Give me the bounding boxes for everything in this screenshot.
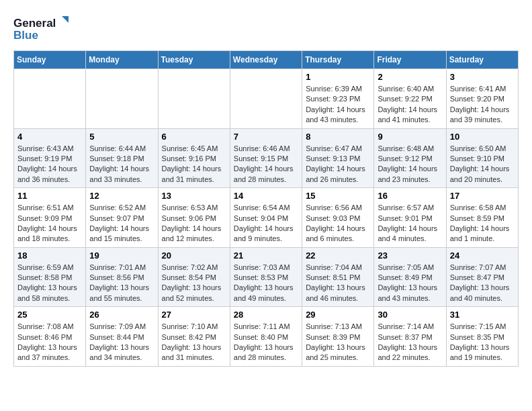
svg-text:General: General xyxy=(13,17,56,30)
col-header-sunday: Sunday xyxy=(14,51,86,69)
calendar-cell: 8Sunrise: 6:47 AM Sunset: 9:13 PM Daylig… xyxy=(302,128,374,188)
calendar-cell xyxy=(158,69,230,129)
day-info: Sunrise: 6:43 AM Sunset: 9:19 PM Dayligh… xyxy=(17,144,82,185)
calendar-cell: 18Sunrise: 6:59 AM Sunset: 8:58 PM Dayli… xyxy=(14,247,86,307)
calendar-table: SundayMondayTuesdayWednesdayThursdayFrid… xyxy=(13,50,519,367)
calendar-cell: 22Sunrise: 7:04 AM Sunset: 8:51 PM Dayli… xyxy=(302,247,374,307)
day-info: Sunrise: 7:08 AM Sunset: 8:46 PM Dayligh… xyxy=(17,322,82,363)
day-number: 24 xyxy=(450,250,515,261)
col-header-monday: Monday xyxy=(86,51,158,69)
day-info: Sunrise: 7:03 AM Sunset: 8:53 PM Dayligh… xyxy=(234,263,298,304)
day-info: Sunrise: 6:57 AM Sunset: 9:01 PM Dayligh… xyxy=(378,203,442,244)
day-info: Sunrise: 6:53 AM Sunset: 9:06 PM Dayligh… xyxy=(162,203,226,244)
day-info: Sunrise: 7:04 AM Sunset: 8:51 PM Dayligh… xyxy=(306,263,370,304)
calendar-cell: 10Sunrise: 6:50 AM Sunset: 9:10 PM Dayli… xyxy=(446,128,518,188)
day-number: 13 xyxy=(162,191,226,201)
day-number: 30 xyxy=(378,310,442,320)
day-info: Sunrise: 6:41 AM Sunset: 9:20 PM Dayligh… xyxy=(450,84,515,126)
logo-svg: General Blue xyxy=(13,13,74,44)
day-info: Sunrise: 7:01 AM Sunset: 8:56 PM Dayligh… xyxy=(89,263,154,304)
day-number: 23 xyxy=(378,250,442,261)
day-info: Sunrise: 6:51 AM Sunset: 9:09 PM Dayligh… xyxy=(17,203,82,244)
calendar-cell: 25Sunrise: 7:08 AM Sunset: 8:46 PM Dayli… xyxy=(14,307,86,367)
calendar-cell: 5Sunrise: 6:44 AM Sunset: 9:18 PM Daylig… xyxy=(86,128,158,188)
day-info: Sunrise: 6:39 AM Sunset: 9:23 PM Dayligh… xyxy=(306,84,370,126)
day-number: 26 xyxy=(89,310,154,320)
day-info: Sunrise: 7:10 AM Sunset: 8:42 PM Dayligh… xyxy=(162,322,226,363)
calendar-cell: 30Sunrise: 7:14 AM Sunset: 8:37 PM Dayli… xyxy=(374,307,446,367)
day-number: 28 xyxy=(234,310,298,320)
logo: General Blue xyxy=(13,13,74,44)
calendar-cell: 29Sunrise: 7:13 AM Sunset: 8:39 PM Dayli… xyxy=(302,307,374,367)
calendar-week-row: 4Sunrise: 6:43 AM Sunset: 9:19 PM Daylig… xyxy=(14,128,519,188)
day-info: Sunrise: 7:02 AM Sunset: 8:54 PM Dayligh… xyxy=(162,263,226,304)
calendar-cell: 27Sunrise: 7:10 AM Sunset: 8:42 PM Dayli… xyxy=(158,307,230,367)
day-number: 15 xyxy=(306,191,370,201)
day-number: 16 xyxy=(378,191,442,201)
calendar-week-row: 25Sunrise: 7:08 AM Sunset: 8:46 PM Dayli… xyxy=(14,307,519,367)
calendar-cell: 20Sunrise: 7:02 AM Sunset: 8:54 PM Dayli… xyxy=(158,247,230,307)
calendar-cell: 12Sunrise: 6:52 AM Sunset: 9:07 PM Dayli… xyxy=(86,188,158,248)
calendar-week-row: 11Sunrise: 6:51 AM Sunset: 9:09 PM Dayli… xyxy=(14,188,519,248)
day-info: Sunrise: 6:46 AM Sunset: 9:15 PM Dayligh… xyxy=(234,144,298,185)
day-number: 22 xyxy=(306,250,370,261)
day-number: 6 xyxy=(162,132,226,142)
calendar-cell xyxy=(230,69,302,129)
day-number: 14 xyxy=(234,191,298,201)
col-header-friday: Friday xyxy=(374,51,446,69)
day-info: Sunrise: 6:48 AM Sunset: 9:12 PM Dayligh… xyxy=(378,144,442,185)
day-number: 1 xyxy=(306,72,370,82)
calendar-cell: 14Sunrise: 6:54 AM Sunset: 9:04 PM Dayli… xyxy=(230,188,302,248)
day-number: 5 xyxy=(89,132,154,142)
day-number: 9 xyxy=(378,132,442,142)
day-info: Sunrise: 6:52 AM Sunset: 9:07 PM Dayligh… xyxy=(89,203,154,244)
day-number: 3 xyxy=(450,72,515,82)
col-header-tuesday: Tuesday xyxy=(158,51,230,69)
col-header-saturday: Saturday xyxy=(446,51,518,69)
calendar-cell: 19Sunrise: 7:01 AM Sunset: 8:56 PM Dayli… xyxy=(86,247,158,307)
calendar-cell: 13Sunrise: 6:53 AM Sunset: 9:06 PM Dayli… xyxy=(158,188,230,248)
day-info: Sunrise: 6:59 AM Sunset: 8:58 PM Dayligh… xyxy=(17,263,82,304)
calendar-cell: 1Sunrise: 6:39 AM Sunset: 9:23 PM Daylig… xyxy=(302,69,374,129)
day-number: 20 xyxy=(162,250,226,261)
day-info: Sunrise: 6:44 AM Sunset: 9:18 PM Dayligh… xyxy=(89,144,154,185)
day-info: Sunrise: 7:14 AM Sunset: 8:37 PM Dayligh… xyxy=(378,322,442,363)
day-number: 4 xyxy=(17,132,82,142)
calendar-cell: 16Sunrise: 6:57 AM Sunset: 9:01 PM Dayli… xyxy=(374,188,446,248)
calendar-cell: 24Sunrise: 7:07 AM Sunset: 8:47 PM Dayli… xyxy=(446,247,518,307)
calendar-header-row: SundayMondayTuesdayWednesdayThursdayFrid… xyxy=(14,51,519,69)
calendar-cell: 2Sunrise: 6:40 AM Sunset: 9:22 PM Daylig… xyxy=(374,69,446,129)
day-number: 25 xyxy=(17,310,82,320)
day-info: Sunrise: 7:07 AM Sunset: 8:47 PM Dayligh… xyxy=(450,263,515,304)
day-info: Sunrise: 6:47 AM Sunset: 9:13 PM Dayligh… xyxy=(306,144,370,185)
svg-marker-2 xyxy=(62,16,69,23)
calendar-cell: 26Sunrise: 7:09 AM Sunset: 8:44 PM Dayli… xyxy=(86,307,158,367)
day-info: Sunrise: 6:50 AM Sunset: 9:10 PM Dayligh… xyxy=(450,144,515,185)
day-info: Sunrise: 7:09 AM Sunset: 8:44 PM Dayligh… xyxy=(89,322,154,363)
day-number: 17 xyxy=(450,191,515,201)
calendar-cell: 11Sunrise: 6:51 AM Sunset: 9:09 PM Dayli… xyxy=(14,188,86,248)
day-info: Sunrise: 6:40 AM Sunset: 9:22 PM Dayligh… xyxy=(378,84,442,126)
day-number: 29 xyxy=(306,310,370,320)
day-info: Sunrise: 6:58 AM Sunset: 8:59 PM Dayligh… xyxy=(450,203,515,244)
day-info: Sunrise: 7:13 AM Sunset: 8:39 PM Dayligh… xyxy=(306,322,370,363)
day-info: Sunrise: 7:11 AM Sunset: 8:40 PM Dayligh… xyxy=(234,322,298,363)
calendar-cell: 9Sunrise: 6:48 AM Sunset: 9:12 PM Daylig… xyxy=(374,128,446,188)
day-number: 2 xyxy=(378,72,442,82)
calendar-week-row: 1Sunrise: 6:39 AM Sunset: 9:23 PM Daylig… xyxy=(14,69,519,129)
col-header-wednesday: Wednesday xyxy=(230,51,302,69)
day-number: 31 xyxy=(450,310,515,320)
day-number: 18 xyxy=(17,250,82,261)
day-number: 10 xyxy=(450,132,515,142)
day-info: Sunrise: 6:45 AM Sunset: 9:16 PM Dayligh… xyxy=(162,144,226,185)
day-number: 21 xyxy=(234,250,298,261)
col-header-thursday: Thursday xyxy=(302,51,374,69)
calendar-week-row: 18Sunrise: 6:59 AM Sunset: 8:58 PM Dayli… xyxy=(14,247,519,307)
day-info: Sunrise: 6:54 AM Sunset: 9:04 PM Dayligh… xyxy=(234,203,298,244)
calendar-cell: 7Sunrise: 6:46 AM Sunset: 9:15 PM Daylig… xyxy=(230,128,302,188)
svg-text:Blue: Blue xyxy=(13,29,38,42)
calendar-cell: 15Sunrise: 6:56 AM Sunset: 9:03 PM Dayli… xyxy=(302,188,374,248)
day-number: 7 xyxy=(234,132,298,142)
calendar-cell: 3Sunrise: 6:41 AM Sunset: 9:20 PM Daylig… xyxy=(446,69,518,129)
page-header: General Blue xyxy=(13,13,519,44)
